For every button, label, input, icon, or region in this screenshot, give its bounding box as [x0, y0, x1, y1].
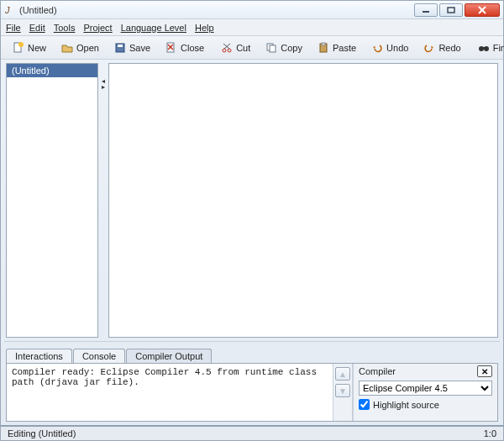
arrow-right-icon: ▸: [102, 84, 105, 90]
prev-error-button[interactable]: ▲: [335, 367, 350, 381]
highlight-source-label: Highlight source: [373, 400, 439, 410]
redo-icon: [423, 42, 435, 54]
toolbar: New Open Save Close Cut Copy Paste: [1, 36, 503, 60]
tab-interactions[interactable]: Interactions: [6, 349, 72, 363]
close-label: Close: [181, 43, 204, 53]
copy-button[interactable]: Copy: [259, 40, 309, 55]
menubar: File Edit Tools Project Language Level H…: [1, 19, 503, 36]
binoculars-icon: [478, 42, 490, 54]
copy-label: Copy: [281, 43, 302, 53]
highlight-source-input[interactable]: [359, 399, 370, 410]
compiler-select[interactable]: Eclipse Compiler 4.5: [359, 381, 492, 396]
compiler-panel-title: Compiler: [359, 366, 477, 376]
minimize-button[interactable]: [414, 3, 438, 17]
close-window-button[interactable]: [465, 3, 500, 17]
svg-rect-22: [482, 47, 486, 49]
svg-rect-8: [118, 45, 123, 47]
open-label: Open: [76, 43, 99, 53]
close-button[interactable]: Close: [159, 40, 211, 55]
save-button[interactable]: Save: [108, 40, 157, 55]
svg-rect-2: [448, 8, 454, 13]
tab-compiler-output[interactable]: Compiler Output: [126, 349, 212, 363]
svg-point-12: [223, 49, 226, 52]
clipboard-icon: [318, 42, 329, 54]
close-file-icon: [165, 42, 177, 54]
menu-file[interactable]: File: [6, 23, 21, 33]
menu-language-level[interactable]: Language Level: [121, 23, 186, 33]
undo-icon: [371, 42, 383, 54]
save-label: Save: [129, 43, 150, 53]
compiler-panel: Compiler ✕ Eclipse Compiler 4.5 Highligh…: [353, 364, 497, 421]
bottom-panel: Compiler ready: Eclipse Compiler 4.5 fro…: [6, 363, 498, 422]
cursor-position: 1:0: [484, 428, 496, 438]
redo-label: Redo: [438, 43, 460, 53]
svg-point-13: [228, 49, 231, 52]
svg-rect-17: [270, 45, 276, 52]
cut-button[interactable]: Cut: [214, 40, 257, 55]
save-icon: [114, 42, 126, 54]
main-area: (Untitled) ◂ ▸: [1, 60, 503, 338]
chevron-down-icon: ▼: [339, 386, 347, 396]
menu-project[interactable]: Project: [83, 23, 112, 33]
scissors-icon: [221, 42, 233, 54]
output-nav: ▲ ▼: [333, 364, 353, 421]
find-label: Find: [493, 43, 504, 53]
compiler-output-text[interactable]: Compiler ready: Eclipse Compiler 4.5 fro…: [7, 364, 333, 421]
app-window: J (Untitled) File Edit Tools Project Lan…: [0, 0, 504, 441]
open-files-list[interactable]: (Untitled): [6, 63, 98, 338]
highlight-source-checkbox[interactable]: Highlight source: [359, 399, 492, 410]
new-label: New: [28, 43, 46, 53]
find-button[interactable]: Find: [471, 40, 504, 55]
bottom-tabs: Interactions Console Compiler Output: [1, 346, 503, 363]
svg-rect-19: [322, 43, 325, 45]
paste-label: Paste: [333, 43, 356, 53]
open-button[interactable]: Open: [55, 40, 106, 55]
next-error-button[interactable]: ▼: [335, 384, 350, 397]
svg-line-14: [224, 44, 230, 49]
app-icon: J: [4, 4, 16, 16]
copy-icon: [265, 42, 277, 54]
new-button[interactable]: New: [6, 40, 53, 55]
folder-open-icon: [61, 42, 73, 54]
menu-edit[interactable]: Edit: [29, 23, 45, 33]
new-file-icon: [13, 42, 24, 54]
code-editor[interactable]: [108, 63, 498, 338]
chevron-up-icon: ▲: [339, 370, 347, 379]
close-icon: ✕: [481, 367, 488, 376]
status-left: Editing (Untitled): [8, 428, 76, 438]
svg-point-6: [18, 42, 24, 47]
svg-line-15: [223, 44, 229, 49]
undo-button[interactable]: Undo: [365, 40, 415, 55]
undo-label: Undo: [386, 43, 408, 53]
menu-tools[interactable]: Tools: [54, 23, 76, 33]
window-title: (Untitled): [19, 5, 414, 15]
svg-text:J: J: [4, 5, 10, 15]
file-list-item[interactable]: (Untitled): [7, 64, 97, 77]
window-controls: [414, 3, 500, 17]
cut-label: Cut: [236, 43, 250, 53]
status-bar: Editing (Untitled) 1:0: [1, 425, 503, 440]
maximize-button[interactable]: [439, 3, 463, 17]
tab-console[interactable]: Console: [73, 349, 125, 363]
redo-button[interactable]: Redo: [417, 40, 467, 55]
titlebar[interactable]: J (Untitled): [1, 1, 503, 19]
split-handle[interactable]: ◂ ▸: [100, 63, 107, 338]
paste-button[interactable]: Paste: [311, 40, 363, 55]
menu-help[interactable]: Help: [195, 23, 214, 33]
close-panel-button[interactable]: ✕: [477, 365, 492, 377]
